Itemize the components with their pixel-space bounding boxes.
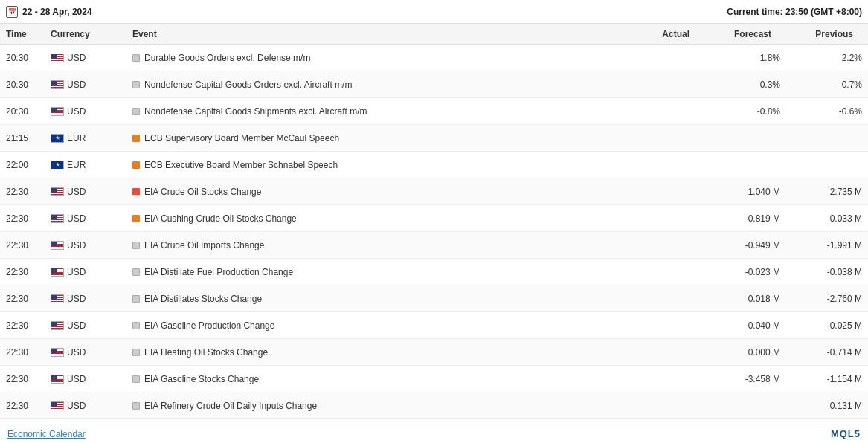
cell-forecast: -3.458 M — [701, 371, 783, 387]
header-left: 📅 22 - 28 Apr, 2024 — [6, 6, 92, 18]
cell-time: 22:30 — [3, 344, 48, 360]
economic-calendar-link[interactable]: Economic Calendar — [7, 429, 86, 439]
cell-event: EIA Crude Oil Imports Change — [129, 237, 627, 253]
calendar-icon: 📅 — [6, 6, 18, 18]
cell-actual — [627, 189, 701, 195]
cell-event: EIA Crude Oil Stocks Change — [129, 184, 627, 200]
cell-previous — [783, 135, 865, 141]
currency-text: USD — [67, 53, 86, 63]
flag-icon — [51, 80, 64, 89]
cell-forecast: -0.023 M — [701, 264, 783, 280]
flag-icon — [51, 268, 64, 277]
flag-icon: ★ — [51, 161, 64, 169]
cell-currency: USD — [48, 50, 129, 66]
cell-currency: USD — [48, 77, 129, 93]
flag-icon — [51, 241, 64, 250]
flag-icon — [51, 107, 64, 116]
cell-previous: -0.025 M — [783, 317, 865, 334]
cell-currency: USD — [48, 398, 129, 414]
cell-actual — [627, 242, 701, 248]
importance-dot — [132, 349, 140, 356]
cell-time: 22:00 — [3, 157, 48, 173]
cell-actual — [627, 109, 701, 114]
cell-currency: USD — [48, 344, 129, 360]
cell-forecast — [701, 135, 783, 141]
cell-time: 22:30 — [3, 371, 48, 387]
table-row: 22:30USDEIA Crude Oil Imports Change-0.9… — [0, 232, 868, 259]
flag-icon — [51, 187, 64, 196]
cell-currency: USD — [48, 103, 129, 120]
currency-text: USD — [67, 106, 86, 117]
flag-icon — [51, 401, 64, 410]
event-text: Nondefense Capital Goods Orders excl. Ai… — [144, 80, 352, 90]
importance-dot — [132, 242, 140, 249]
cell-time: 20:30 — [3, 103, 48, 120]
cell-currency: USD — [48, 264, 129, 280]
cell-previous — [783, 162, 865, 168]
cell-forecast: -0.949 M — [701, 237, 783, 253]
importance-dot — [132, 295, 140, 303]
table-row: 20:30USDNondefense Capital Goods Shipmen… — [0, 98, 868, 125]
cell-event: EIA Distillates Stocks Change — [129, 291, 627, 307]
table-row: 21:15★EURECB Supervisory Board Member Mc… — [0, 125, 868, 152]
cell-previous: 2.2% — [783, 50, 865, 66]
cell-previous: 0.7% — [783, 77, 865, 93]
cell-actual — [627, 82, 701, 88]
table-body[interactable]: 20:30USDDurable Goods Orders excl. Defen… — [0, 45, 868, 424]
cell-event: EIA Gasoline Production Change — [129, 317, 627, 334]
col-actual: Actual — [618, 29, 692, 39]
table-row: 20:30USDNondefense Capital Goods Orders … — [0, 71, 868, 98]
currency-text: USD — [67, 267, 86, 277]
event-text: EIA Gasoline Stocks Change — [144, 374, 259, 384]
currency-text: USD — [67, 213, 86, 224]
event-text: Nondefense Capital Goods Shipments excl.… — [144, 106, 367, 117]
current-time-label: Current time: — [727, 7, 782, 17]
cell-previous: -2.760 M — [783, 291, 865, 307]
importance-dot — [132, 135, 140, 142]
importance-dot — [132, 215, 140, 222]
cell-previous: -1.154 M — [783, 371, 865, 387]
currency-text: USD — [67, 294, 86, 304]
importance-dot — [132, 268, 140, 276]
table-row: 22:30USDEIA Gasoline Production Change0.… — [0, 312, 868, 339]
cell-actual — [627, 216, 701, 222]
cell-previous: 0.033 M — [783, 210, 865, 227]
importance-dot — [132, 54, 140, 62]
cell-actual — [627, 135, 701, 141]
cell-currency: USD — [48, 237, 129, 253]
currency-text: USD — [67, 374, 86, 384]
cell-currency: ★EUR — [48, 130, 129, 146]
header-bar: 📅 22 - 28 Apr, 2024 Current time: 23:50 … — [0, 0, 868, 24]
currency-text: USD — [67, 240, 86, 250]
cell-actual — [627, 376, 701, 382]
cell-event: Nondefense Capital Goods Orders excl. Ai… — [129, 77, 627, 93]
cell-forecast — [701, 403, 783, 409]
cell-event: EIA Refinery Crude Oil Daily Inputs Chan… — [129, 398, 627, 414]
cell-forecast: 0.3% — [701, 77, 783, 93]
currency-text: USD — [67, 347, 86, 358]
current-time-value: 23:50 (GMT +8:00) — [785, 7, 862, 17]
cell-time: 20:30 — [3, 77, 48, 93]
cell-actual — [627, 323, 701, 329]
flag-icon — [51, 348, 64, 357]
importance-dot — [132, 161, 140, 169]
cell-event: EIA Heating Oil Stocks Change — [129, 344, 627, 360]
cell-actual — [627, 403, 701, 409]
cell-currency: USD — [48, 210, 129, 227]
cell-forecast: -0.819 M — [701, 210, 783, 227]
cell-time: 22:30 — [3, 264, 48, 280]
cell-forecast: 1.040 M — [701, 184, 783, 200]
current-time: Current time: 23:50 (GMT +8:00) — [727, 7, 862, 17]
cell-actual — [627, 162, 701, 168]
table-row: 20:30USDDurable Goods Orders excl. Defen… — [0, 45, 868, 71]
cell-event: ECB Executive Board Member Schnabel Spee… — [129, 157, 627, 173]
footer: Economic Calendar MQL5 — [0, 424, 868, 443]
event-text: ECB Supervisory Board Member McCaul Spee… — [144, 133, 339, 143]
event-text: EIA Gasoline Production Change — [144, 320, 274, 331]
event-text: EIA Cushing Crude Oil Stocks Change — [144, 213, 297, 224]
cell-actual — [627, 296, 701, 302]
currency-text: USD — [67, 80, 86, 90]
importance-dot — [132, 81, 140, 88]
cell-actual — [627, 349, 701, 355]
importance-dot — [132, 108, 140, 115]
